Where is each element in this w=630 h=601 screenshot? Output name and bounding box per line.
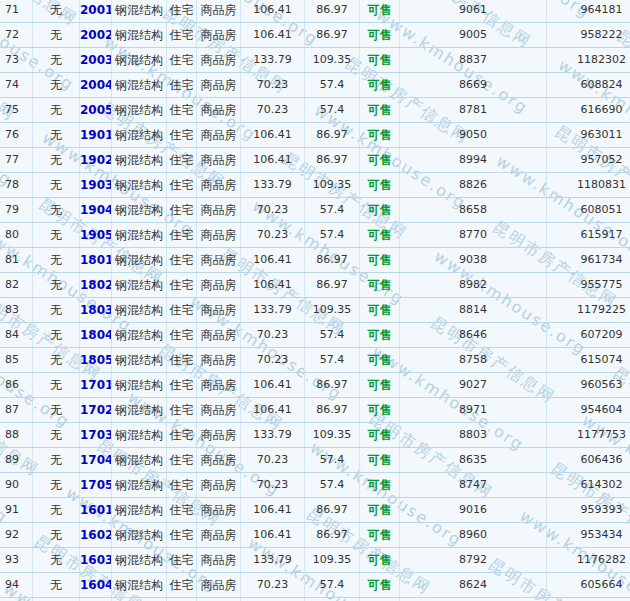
room-number-link[interactable]: 2001 xyxy=(80,0,112,22)
cell-row-number: 91 xyxy=(0,498,33,522)
cell-build-area: 106.41 xyxy=(241,123,305,147)
room-number-link[interactable]: 1804 xyxy=(80,323,112,347)
room-number-link[interactable]: 2003 xyxy=(80,48,112,72)
cell-attachment: 无 xyxy=(33,123,80,147)
table-row: 76 无 1901 钢混结构 住宅 商品房 106.41 86.97 可售 90… xyxy=(0,123,630,148)
room-number-link[interactable]: 1902 xyxy=(80,148,112,172)
cell-usage: 住宅 xyxy=(167,248,197,272)
room-number-link[interactable]: 1904 xyxy=(80,198,112,222)
cell-attachment: 无 xyxy=(33,448,80,472)
room-number-link[interactable]: 1905 xyxy=(80,223,112,247)
room-number-link[interactable]: 1801 xyxy=(80,248,112,272)
cell-sale-type: 商品房 xyxy=(197,48,241,72)
cell-attachment: 无 xyxy=(33,98,80,122)
cell-inner-area: 57.4 xyxy=(305,98,360,122)
cell-structure: 钢混结构 xyxy=(112,398,167,422)
cell-row-number: 82 xyxy=(0,273,33,297)
room-number-link[interactable]: 2004 xyxy=(80,73,112,97)
cell-unit-price: 9027 xyxy=(400,373,547,397)
cell-row-number: 72 xyxy=(0,23,33,47)
room-number-link[interactable]: 1701 xyxy=(80,373,112,397)
room-number-link[interactable]: 2005 xyxy=(80,98,112,122)
cell-build-area: 106.41 xyxy=(241,148,305,172)
room-number-link[interactable]: 1903 xyxy=(80,173,112,197)
cell-attachment: 无 xyxy=(33,273,80,297)
cell-inner-area: 57.4 xyxy=(305,473,360,497)
cell-usage: 住宅 xyxy=(167,148,197,172)
room-number-link[interactable]: 1702 xyxy=(80,398,112,422)
cell-usage: 住宅 xyxy=(167,273,197,297)
cell-inner-area: 57.4 xyxy=(305,573,360,597)
cell-unit-price: 8803 xyxy=(400,423,547,447)
cell-sale-type: 商品房 xyxy=(197,123,241,147)
room-number-link[interactable]: 1803 xyxy=(80,298,112,322)
cell-total-price: 964181 xyxy=(547,0,630,22)
cell-structure: 钢混结构 xyxy=(112,123,167,147)
status-badge: 可售 xyxy=(360,23,400,47)
cell-row-number: 77 xyxy=(0,148,33,172)
status-badge: 可售 xyxy=(360,198,400,222)
cell-inner-area: 86.97 xyxy=(305,148,360,172)
cell-row-number: 84 xyxy=(0,323,33,347)
room-number-link[interactable]: 1901 xyxy=(80,123,112,147)
room-number-link[interactable]: 2002 xyxy=(80,23,112,47)
cell-row-number: 79 xyxy=(0,198,33,222)
cell-usage: 住宅 xyxy=(167,348,197,372)
room-number-link[interactable]: 1805 xyxy=(80,348,112,372)
room-number-link[interactable]: 1602 xyxy=(80,523,112,547)
cell-inner-area: 57.4 xyxy=(305,73,360,97)
room-number-link[interactable]: 1705 xyxy=(80,473,112,497)
cell-attachment: 无 xyxy=(33,373,80,397)
cell-total-price: 1182302 xyxy=(547,48,630,72)
room-number-link[interactable]: 1802 xyxy=(80,273,112,297)
status-badge: 可售 xyxy=(360,473,400,497)
cell-total-price: 615074 xyxy=(547,348,630,372)
table-row: 74 无 2004 钢混结构 住宅 商品房 70.23 57.4 可售 8669… xyxy=(0,73,630,98)
cell-structure: 钢混结构 xyxy=(112,173,167,197)
cell-build-area: 106.41 xyxy=(241,248,305,272)
cell-sale-type: 商品房 xyxy=(197,498,241,522)
cell-total-price: 959393 xyxy=(547,498,630,522)
cell-unit-price: 8994 xyxy=(400,148,547,172)
cell-row-number: 92 xyxy=(0,523,33,547)
cell-attachment: 无 xyxy=(33,198,80,222)
cell-structure: 钢混结构 xyxy=(112,373,167,397)
cell-attachment: 无 xyxy=(33,498,80,522)
cell-inner-area: 86.97 xyxy=(305,273,360,297)
cell-build-area: 70.23 xyxy=(241,98,305,122)
cell-row-number: 85 xyxy=(0,348,33,372)
cell-structure: 钢混结构 xyxy=(112,198,167,222)
room-number-link[interactable]: 1704 xyxy=(80,448,112,472)
cell-build-area: 106.41 xyxy=(241,23,305,47)
cell-build-area: 70.23 xyxy=(241,198,305,222)
cell-row-number: 89 xyxy=(0,448,33,472)
room-number-link[interactable]: 1601 xyxy=(80,498,112,522)
cell-structure: 钢混结构 xyxy=(112,498,167,522)
cell-sale-type: 商品房 xyxy=(197,548,241,572)
cell-usage: 住宅 xyxy=(167,523,197,547)
table-row: 92 无 1602 钢混结构 住宅 商品房 106.41 86.97 可售 89… xyxy=(0,523,630,548)
cell-sale-type: 商品房 xyxy=(197,148,241,172)
cell-usage: 住宅 xyxy=(167,498,197,522)
cell-usage: 住宅 xyxy=(167,198,197,222)
status-badge: 可售 xyxy=(360,273,400,297)
status-badge: 可售 xyxy=(360,548,400,572)
cell-structure: 钢混结构 xyxy=(112,348,167,372)
cell-usage: 住宅 xyxy=(167,298,197,322)
cell-structure: 钢混结构 xyxy=(112,73,167,97)
cell-inner-area: 109.35 xyxy=(305,48,360,72)
cell-build-area: 133.79 xyxy=(241,548,305,572)
room-number-link[interactable]: 1603 xyxy=(80,548,112,572)
status-badge: 可售 xyxy=(360,323,400,347)
cell-total-price: 614302 xyxy=(547,473,630,497)
status-badge: 可售 xyxy=(360,348,400,372)
cell-unit-price: 8635 xyxy=(400,448,547,472)
cell-unit-price: 8781 xyxy=(400,98,547,122)
cell-unit-price: 9016 xyxy=(400,498,547,522)
room-number-link[interactable]: 1703 xyxy=(80,423,112,447)
cell-row-number: 88 xyxy=(0,423,33,447)
cell-structure: 钢混结构 xyxy=(112,0,167,22)
cell-sale-type: 商品房 xyxy=(197,0,241,22)
cell-build-area: 106.41 xyxy=(241,0,305,22)
room-number-link[interactable]: 1604 xyxy=(80,573,112,597)
